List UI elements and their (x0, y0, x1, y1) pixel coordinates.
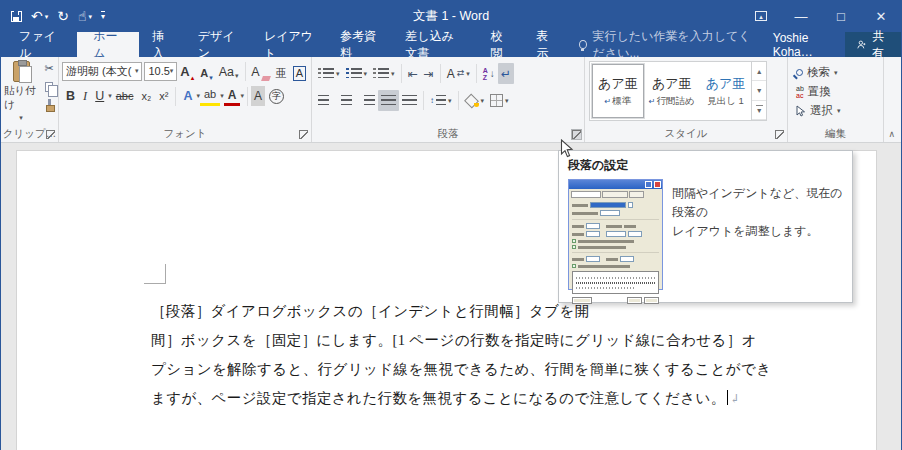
style-heading-1[interactable]: あア亜 見出し 1 (700, 64, 752, 118)
paragraph-mark-icon: ↵ (501, 67, 511, 81)
touch-mode-icon: ☝ (78, 9, 87, 23)
document-text[interactable]: ［段落］ダイアログボックスの［インデントと行間幅］タブを開 間］ボックスを［固定… (151, 297, 811, 414)
scissors-icon: ✂ (44, 62, 53, 75)
justify-button[interactable] (378, 90, 399, 111)
character-shading-button[interactable]: A (251, 86, 265, 106)
style-no-spacing[interactable]: あア亜 ↵行間詰め (646, 64, 698, 118)
shrink-font-arrow-icon: ▾ (209, 74, 213, 81)
text-effects-button[interactable]: A (179, 86, 196, 106)
increase-indent-button[interactable]: ⇥ (421, 63, 437, 84)
style-normal[interactable]: あア亜 ↵標準 (592, 64, 644, 118)
font-color-dropdown-icon: ▾ (240, 92, 244, 100)
tab-mailings[interactable]: 差し込み文書 (392, 32, 477, 57)
paragraph-dialog-launcher[interactable] (572, 130, 581, 139)
paragraph-dialog-preview (568, 179, 663, 290)
tab-layout[interactable]: レイアウト (251, 32, 327, 57)
shrink-font-button[interactable]: A▾ (197, 61, 215, 81)
account-area: Yoshie Koha… 共有 (759, 32, 901, 57)
styles-gallery-more-button[interactable]: ▼ (752, 101, 766, 120)
asian-layout-arrows-icon: ⇄ (457, 69, 465, 78)
align-center-icon (339, 95, 354, 106)
collapse-ribbon-button[interactable]: ∧ (888, 129, 895, 139)
underline-button[interactable]: U (91, 86, 108, 106)
user-name[interactable]: Yoshie Koha… (759, 31, 845, 59)
strikethrough-button[interactable]: abc (112, 86, 138, 106)
margin-corner-mark (144, 264, 166, 284)
eraser-icon (261, 76, 271, 81)
clipboard-dialog-launcher[interactable] (46, 130, 55, 139)
clear-formatting-button[interactable]: A (248, 61, 272, 81)
borders-button[interactable]: ▾ (487, 90, 512, 111)
ribbon: 貼り付け ▾ ✂ クリップ… 游明朝 (本文( ▾ 10.5 ▾ (1, 57, 901, 143)
dialog-preview-body (569, 198, 662, 306)
redo-button[interactable]: ↻ (57, 9, 69, 23)
multilevel-list-button[interactable]: ▾ (370, 63, 398, 84)
replace-button[interactable]: abac 置換 (791, 82, 881, 101)
subscript-button[interactable]: x₂ (138, 86, 156, 106)
numbering-button[interactable]: ▾ (343, 63, 371, 84)
undo-button[interactable]: ↶▾ (31, 9, 48, 23)
bold-button[interactable]: B (62, 86, 79, 106)
font-size-combobox[interactable]: 10.5 ▾ (144, 62, 177, 81)
group-paragraph: ▾ ▾ ▾ ⇤ ⇥ A⇄▾ AZ↓ ↵ ↕▾ ▾ (312, 57, 585, 142)
tab-file[interactable]: ファイル (1, 32, 77, 57)
text-cursor (727, 390, 728, 405)
show-formatting-marks-button[interactable]: ↵ (498, 63, 514, 84)
shading-button[interactable]: ▾ (462, 90, 488, 111)
redo-icon: ↻ (57, 9, 69, 23)
grow-font-arrow-icon: ▴ (191, 74, 195, 81)
line-spacing-lines-icon (436, 95, 446, 106)
bullets-button[interactable]: ▾ (315, 63, 343, 84)
text-highlight-button[interactable]: ab (200, 86, 220, 106)
save-button[interactable] (11, 11, 22, 22)
styles-scroll-down-button[interactable]: ▼ (752, 81, 766, 100)
tab-insert[interactable]: 挿入 (139, 32, 185, 57)
copy-button[interactable] (41, 79, 57, 94)
tab-review[interactable]: 校閲 (478, 32, 524, 57)
line-spacing-icon: ↕ (430, 97, 434, 105)
tab-design[interactable]: デザイン (185, 32, 251, 57)
tab-references[interactable]: 参考資料 (327, 32, 392, 57)
superscript-button[interactable]: x² (155, 86, 172, 106)
distribute-button[interactable] (399, 90, 420, 111)
change-case-button[interactable]: Aa▾ (216, 61, 242, 81)
dialog-close-icon (654, 181, 661, 188)
align-left-button[interactable] (315, 90, 336, 111)
font-size-dropdown-icon: ▾ (170, 67, 174, 75)
tell-me-box[interactable]: 実行したい作業を入力してください... (579, 32, 759, 57)
cut-button[interactable]: ✂ (41, 61, 57, 76)
touch-mode-button[interactable]: ☝▾ (78, 9, 92, 23)
styles-scroll-up-button[interactable]: ▲ (752, 62, 766, 81)
customize-qat-button[interactable]: ▾ (101, 11, 105, 21)
select-button[interactable]: 選択 ▾ (791, 101, 881, 120)
maximize-button[interactable]: □ (821, 0, 861, 32)
sort-button[interactable]: AZ↓ (480, 63, 498, 84)
enclose-characters-button[interactable]: 字 (265, 86, 288, 106)
font-color-button[interactable]: A (224, 86, 241, 106)
asian-layout-button[interactable]: A⇄▾ (444, 63, 473, 84)
find-button[interactable]: 検索 ▾ (791, 63, 881, 82)
tab-home[interactable]: ホーム (77, 32, 139, 57)
grow-font-button[interactable]: A▴ (177, 61, 197, 81)
styles-group-label: スタイル (585, 127, 787, 141)
align-center-button[interactable] (336, 90, 357, 111)
sort-az-icon: AZ (483, 67, 488, 81)
italic-button[interactable]: I (79, 86, 91, 106)
multilevel-list-icon (373, 68, 389, 79)
tab-view[interactable]: 表示 (523, 32, 569, 57)
align-right-button[interactable] (357, 90, 378, 111)
format-painter-button[interactable] (41, 97, 57, 112)
font-name-combobox[interactable]: 游明朝 (本文( ▾ (62, 62, 142, 81)
share-button[interactable]: 共有 (845, 32, 901, 57)
font-dialog-launcher[interactable] (299, 130, 308, 139)
text-line-2: 間］ボックスを［固定］にします。[1 ページの行数を指定時にグリッド線に合わせる… (151, 326, 811, 355)
align-left-icon (318, 95, 333, 106)
group-styles: あア亜 ↵標準 あア亜 ↵行間詰め あア亜 見出し 1 ▲ ▼ ▼ スタイル (585, 57, 788, 142)
character-border-button[interactable]: A (290, 61, 309, 81)
phonetic-guide-button[interactable]: 亜 (273, 61, 290, 81)
styles-dialog-launcher[interactable] (775, 130, 784, 139)
decrease-indent-button[interactable]: ⇤ (405, 63, 421, 84)
line-spacing-button[interactable]: ↕▾ (427, 90, 455, 111)
minimize-button[interactable]: — (781, 0, 821, 32)
paste-button[interactable]: 貼り付け ▾ (4, 61, 38, 122)
